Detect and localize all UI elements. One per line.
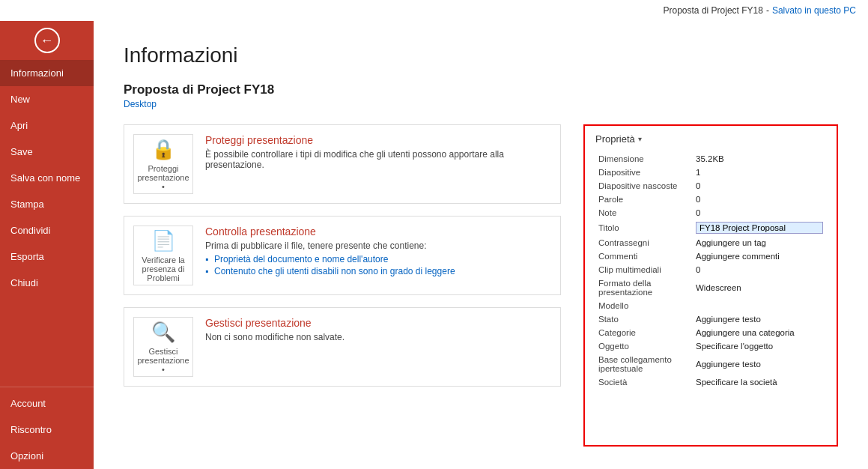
prop-row-1: Diapositive1	[595, 166, 826, 179]
sidebar-item-esporta[interactable]: Esporta	[0, 243, 94, 270]
prop-row-10: Modello	[595, 299, 826, 312]
sections: 🔒Proteggi presentazione •Proteggi presen…	[124, 124, 561, 447]
section-bullet-controlla-0: Proprietà del documento e nome dell'auto…	[205, 254, 455, 264]
prop-row-3: Parole0	[595, 193, 826, 206]
prop-label-11: Stato	[595, 312, 693, 326]
props-title: Proprietà	[595, 133, 635, 145]
prop-value-7[interactable]: Aggiungere commenti	[693, 249, 826, 263]
section-body-proteggi: Proteggi presentazioneÈ possibile contro…	[205, 134, 551, 173]
props-dropdown-arrow[interactable]: ▾	[638, 135, 642, 143]
back-button[interactable]: ←	[0, 21, 94, 60]
props-table: Dimensione35.2KBDiapositive1Diapositive …	[595, 152, 826, 389]
prop-value-9: Widescreen	[693, 276, 826, 299]
prop-row-15: SocietàSpecificare la società	[595, 375, 826, 389]
section-icon-gestisci: 🔍	[151, 321, 175, 344]
content-area: Informazioni Proposta di Project FY18 De…	[94, 21, 868, 469]
section-card-gestisci: 🔍Gestisci presentazione •Gestisci presen…	[124, 307, 561, 387]
section-title-gestisci: Gestisci presentazione	[205, 317, 345, 329]
section-title-controlla: Controlla presentazione	[205, 226, 455, 237]
sidebar-item-salva-con-nome[interactable]: Salva con nome	[0, 165, 94, 191]
section-icon-box-gestisci[interactable]: 🔍Gestisci presentazione •	[133, 317, 193, 377]
sidebar-item-riscontro[interactable]: Riscontro	[0, 417, 94, 443]
prop-value-10	[693, 299, 826, 312]
props-header: Proprietà ▾	[595, 133, 826, 145]
back-circle-icon[interactable]: ←	[34, 28, 60, 53]
prop-label-3: Parole	[595, 193, 693, 206]
section-icon-box-controlla[interactable]: 📄Verificare la presenza di Problemi	[133, 226, 193, 285]
prop-row-14: Base collegamento ipertestualeAggiungere…	[595, 353, 826, 375]
sidebar-item-informazioni[interactable]: Informazioni	[0, 60, 94, 86]
section-icon-label-controlla: Verificare la presenza di Problemi	[139, 255, 188, 282]
prop-label-1: Diapositive	[595, 166, 693, 179]
save-status-link[interactable]: Salvato in questo PC	[772, 5, 856, 16]
prop-value-3: 0	[693, 193, 826, 206]
doc-name-topbar: Proposta di Project FY18	[664, 5, 763, 16]
section-icon-label-proteggi: Proteggi presentazione •	[137, 164, 189, 191]
prop-row-2: Diapositive nascoste0	[595, 179, 826, 193]
sidebar-item-new[interactable]: New	[0, 86, 94, 112]
prop-label-2: Diapositive nascoste	[595, 179, 693, 193]
sidebar-item-save[interactable]: Save	[0, 139, 94, 165]
sidebar-items-container: InformazioniNewApriSaveSalva con nomeSta…	[0, 60, 94, 296]
prop-row-8: Clip multimediali0	[595, 263, 826, 276]
prop-row-9: Formato della presentazioneWidescreen	[595, 276, 826, 299]
prop-label-12: Categorie	[595, 326, 693, 339]
sidebar-item-account[interactable]: Account	[0, 390, 94, 417]
sidebar-item-stampa[interactable]: Stampa	[0, 191, 94, 217]
sidebar-item-opzioni[interactable]: Opzioni	[0, 443, 94, 469]
prop-value-1: 1	[693, 166, 826, 179]
prop-value-12[interactable]: Aggiungere una categoria	[693, 326, 826, 339]
doc-location[interactable]: Desktop	[124, 99, 838, 109]
prop-label-10: Modello	[595, 299, 693, 312]
prop-label-8: Clip multimediali	[595, 263, 693, 276]
prop-label-7: Commenti	[595, 249, 693, 263]
prop-value-13[interactable]: Specificare l'oggetto	[693, 339, 826, 353]
sidebar-item-chiudi[interactable]: Chiudi	[0, 270, 94, 296]
prop-value-8: 0	[693, 263, 826, 276]
main-layout: ← InformazioniNewApriSaveSalva con nomeS…	[0, 21, 868, 469]
doc-title: Proposta di Project FY18	[124, 82, 838, 97]
section-desc-proteggi: È possibile controllare i tipi di modifi…	[205, 149, 551, 170]
page-title: Informazioni	[124, 43, 838, 67]
section-card-controlla: 📄Verificare la presenza di ProblemiContr…	[124, 216, 561, 295]
prop-row-4: Note0	[595, 206, 826, 220]
section-icon-box-proteggi[interactable]: 🔒Proteggi presentazione •	[133, 134, 193, 194]
sidebar-spacer	[0, 296, 94, 387]
prop-label-9: Formato della presentazione	[595, 276, 693, 299]
prop-label-6: Contrassegni	[595, 236, 693, 249]
sidebar-bottom: AccountRiscontroOpzioni	[0, 387, 94, 469]
section-body-controlla: Controlla presentazionePrima di pubblica…	[205, 226, 455, 278]
section-body-gestisci: Gestisci presentazioneNon ci sono modifi…	[205, 317, 345, 345]
prop-label-0: Dimensione	[595, 152, 693, 166]
sections-and-props: 🔒Proteggi presentazione •Proteggi presen…	[124, 124, 838, 447]
prop-value-15[interactable]: Specificare la società	[693, 375, 826, 389]
prop-value-6[interactable]: Aggiungere un tag	[693, 236, 826, 249]
prop-value-11[interactable]: Aggiungere testo	[693, 312, 826, 326]
prop-value-14[interactable]: Aggiungere testo	[693, 353, 826, 375]
prop-label-15: Società	[595, 375, 693, 389]
topbar-separator: -	[766, 5, 769, 16]
sidebar-item-condividi[interactable]: Condividi	[0, 217, 94, 243]
top-bar: Proposta di Project FY18 - Salvato in qu…	[0, 0, 868, 21]
prop-label-13: Oggetto	[595, 339, 693, 353]
sidebar-bottom-container: AccountRiscontroOpzioni	[0, 390, 94, 469]
section-icon-proteggi: 🔒	[151, 138, 175, 161]
prop-row-13: OggettoSpecificare l'oggetto	[595, 339, 826, 353]
section-bullets-controlla: Proprietà del documento e nome dell'auto…	[205, 254, 455, 276]
prop-input-5[interactable]	[696, 222, 823, 234]
back-arrow-icon: ←	[40, 33, 54, 49]
prop-row-7: CommentiAggiungere commenti	[595, 249, 826, 263]
prop-row-11: StatoAggiungere testo	[595, 312, 826, 326]
section-icon-label-gestisci: Gestisci presentazione •	[137, 347, 189, 374]
section-card-proteggi: 🔒Proteggi presentazione •Proteggi presen…	[124, 124, 561, 204]
sidebar: ← InformazioniNewApriSaveSalva con nomeS…	[0, 21, 94, 469]
properties-panel: Proprietà ▾ Dimensione35.2KBDiapositive1…	[583, 124, 838, 447]
prop-row-5: Titolo	[595, 220, 826, 236]
prop-value-5[interactable]	[693, 220, 826, 236]
section-desc-gestisci: Non ci sono modifiche non salvate.	[205, 332, 345, 342]
sidebar-item-apri[interactable]: Apri	[0, 112, 94, 139]
prop-label-4: Note	[595, 206, 693, 220]
prop-value-4: 0	[693, 206, 826, 220]
prop-label-14: Base collegamento ipertestuale	[595, 353, 693, 375]
prop-value-0: 35.2KB	[693, 152, 826, 166]
